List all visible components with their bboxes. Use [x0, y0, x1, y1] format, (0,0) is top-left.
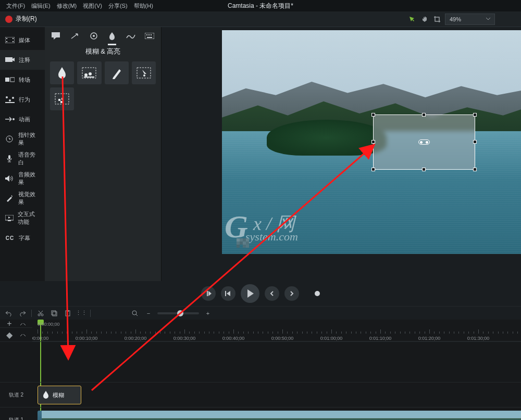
resize-handle[interactable]: [371, 140, 375, 144]
app-title: Camtasia - 未命名项目*: [228, 2, 293, 10]
play-button[interactable]: [241, 284, 259, 303]
svg-rect-24: [147, 37, 152, 38]
timeline-spacer: [32, 341, 521, 382]
svg-point-41: [132, 311, 137, 315]
canvas-zoom-select[interactable]: 49%: [445, 14, 495, 25]
resize-handle[interactable]: [422, 168, 426, 171]
media-icon: [5, 36, 15, 44]
menu-edit[interactable]: 编辑(E): [28, 2, 54, 10]
effect-blur[interactable]: [50, 61, 74, 84]
svg-rect-20: [145, 33, 154, 39]
cut-button[interactable]: [36, 309, 45, 318]
record-button[interactable]: 录制(R): [0, 11, 42, 27]
effect-blur-region[interactable]: [77, 61, 101, 84]
prev-frame-button[interactable]: [201, 286, 216, 301]
marker-chevron[interactable]: [18, 319, 28, 328]
step-back-button[interactable]: [265, 286, 279, 301]
svg-rect-17: [52, 32, 60, 37]
sidebar-item-interactivity[interactable]: 交互式功能: [0, 208, 45, 228]
svg-rect-38: [53, 312, 57, 316]
quiz-marker[interactable]: ◆: [5, 330, 14, 339]
resize-handle[interactable]: [473, 140, 477, 144]
marker-dot[interactable]: [315, 291, 320, 296]
clip-media[interactable]: [38, 411, 521, 420]
effect-spotlight[interactable]: [132, 61, 156, 84]
zoom-in-button[interactable]: +: [203, 309, 213, 318]
rewind-button[interactable]: [221, 286, 235, 301]
slider-thumb[interactable]: [177, 310, 183, 316]
svg-rect-5: [5, 57, 13, 62]
rotate-handle[interactable]: [418, 139, 430, 145]
track-2-header[interactable]: 轨道 2: [0, 382, 32, 407]
track-1-header[interactable]: 轨道 1: [0, 407, 32, 420]
svg-rect-22: [148, 34, 150, 35]
tab-callouts[interactable]: [51, 30, 61, 42]
redo-button[interactable]: [18, 309, 27, 318]
tab-blur-highlight[interactable]: [107, 30, 117, 42]
svg-rect-4: [13, 41, 14, 42]
animation-icon: [5, 116, 15, 123]
copy-button[interactable]: [49, 309, 59, 318]
crop-icon[interactable]: [431, 14, 443, 25]
record-icon: [5, 16, 13, 23]
edit-mode-icon[interactable]: [406, 14, 418, 25]
tab-shapes[interactable]: [89, 30, 99, 42]
timeline-ruler[interactable]: 0:00:00;00 0:00:00;000:00:10;000:00:20;0…: [32, 320, 521, 341]
sidebar-item-voice[interactable]: 语音旁白: [0, 149, 45, 169]
tab-sketch[interactable]: [126, 30, 136, 42]
sidebar-item-audio-effects[interactable]: 音频效果: [0, 169, 45, 188]
add-marker-button[interactable]: +: [5, 319, 14, 328]
blur-clip-icon: [42, 390, 49, 400]
paste-button[interactable]: [63, 309, 72, 318]
toolbar: 录制(R) 49%: [0, 11, 521, 27]
blur-annotation[interactable]: [373, 114, 475, 170]
undo-button[interactable]: [4, 309, 14, 318]
canvas-area: G x / 网 system.com: [162, 27, 521, 281]
sidebar-item-annotations[interactable]: 注释: [0, 50, 45, 70]
pan-icon[interactable]: [419, 14, 430, 25]
resize-handle[interactable]: [473, 168, 477, 171]
resize-handle[interactable]: [473, 113, 477, 117]
track-2-lane[interactable]: 模糊: [32, 382, 521, 407]
timeline-zoom-slider[interactable]: [157, 312, 199, 314]
menu-share[interactable]: 分享(S): [105, 2, 131, 10]
svg-point-19: [93, 35, 95, 37]
svg-rect-40: [67, 310, 69, 312]
effect-highlight[interactable]: [105, 61, 129, 84]
menu-help[interactable]: 帮助(H): [131, 2, 156, 10]
quiz-chevron[interactable]: [18, 330, 28, 339]
sidebar-item-animations[interactable]: 动画: [0, 109, 45, 129]
sidebar-item-captions[interactable]: CC 字幕: [0, 228, 45, 248]
resize-handle[interactable]: [371, 113, 375, 117]
tab-keystroke[interactable]: [144, 30, 155, 42]
svg-rect-1: [6, 38, 7, 39]
resize-handle[interactable]: [371, 168, 375, 171]
effect-pixelate[interactable]: [50, 87, 74, 110]
menu-file[interactable]: 文件(F): [3, 2, 28, 10]
step-forward-button[interactable]: [284, 286, 299, 301]
preview-canvas[interactable]: G x / 网 system.com: [222, 30, 521, 254]
track-1-lane[interactable]: 01: [32, 407, 521, 420]
sidebar-item-behaviors[interactable]: 行为: [0, 90, 45, 109]
menu-view[interactable]: 视图(V): [80, 2, 105, 10]
sidebar-label: 交互式功能: [18, 210, 40, 226]
annotation-icon: [5, 56, 15, 63]
interactivity-icon: [5, 214, 14, 222]
sidebar-item-visual-effects[interactable]: 视觉效果: [0, 188, 45, 208]
search-icon[interactable]: [130, 309, 140, 318]
menu-bar: 文件(F) 编辑(E) 修改(M) 视图(V) 分享(S) 帮助(H) Camt…: [0, 0, 521, 11]
wand-icon: [5, 195, 14, 202]
split-button[interactable]: ⋮⋮: [77, 309, 86, 318]
behavior-icon: [5, 96, 15, 103]
menu-modify[interactable]: 修改(M): [54, 2, 80, 10]
clip-blur[interactable]: 模糊: [38, 386, 81, 404]
tab-arrows[interactable]: [70, 30, 80, 42]
sidebar-item-transitions[interactable]: 转场: [0, 70, 45, 90]
zoom-value: 49%: [450, 16, 461, 22]
sidebar-item-cursor-effects[interactable]: 指针效果: [0, 129, 45, 149]
sidebar-label: 行为: [19, 96, 30, 104]
zoom-out-button[interactable]: −: [144, 309, 153, 318]
sidebar-item-media[interactable]: 媒体: [0, 30, 45, 50]
svg-point-9: [9, 99, 11, 101]
resize-handle[interactable]: [422, 113, 426, 117]
